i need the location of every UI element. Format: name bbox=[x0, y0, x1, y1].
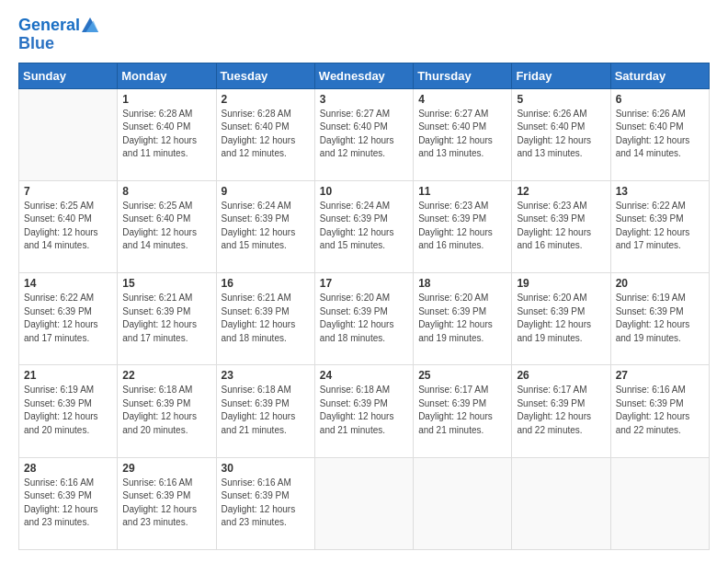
day-info: Sunrise: 6:20 AMSunset: 6:39 PMDaylight:… bbox=[320, 292, 408, 345]
day-info: Sunrise: 6:24 AMSunset: 6:39 PMDaylight:… bbox=[222, 200, 310, 253]
calendar-table: SundayMondayTuesdayWednesdayThursdayFrid… bbox=[18, 63, 710, 550]
calendar-cell: 3Sunrise: 6:27 AMSunset: 6:40 PMDaylight… bbox=[314, 88, 413, 180]
weekday-header-sunday: Sunday bbox=[19, 63, 118, 88]
weekday-header-monday: Monday bbox=[118, 63, 216, 88]
day-info: Sunrise: 6:27 AMSunset: 6:40 PMDaylight:… bbox=[320, 108, 408, 161]
day-info: Sunrise: 6:23 AMSunset: 6:39 PMDaylight:… bbox=[517, 200, 605, 253]
calendar-week-3: 14Sunrise: 6:22 AMSunset: 6:39 PMDayligh… bbox=[19, 273, 710, 365]
calendar-cell: 20Sunrise: 6:19 AMSunset: 6:39 PMDayligh… bbox=[610, 273, 709, 365]
calendar-cell: 29Sunrise: 6:16 AMSunset: 6:39 PMDayligh… bbox=[118, 457, 216, 549]
day-number: 2 bbox=[222, 93, 310, 106]
header: General Blue bbox=[18, 17, 710, 53]
day-info: Sunrise: 6:25 AMSunset: 6:40 PMDaylight:… bbox=[24, 200, 112, 253]
weekday-header-friday: Friday bbox=[512, 63, 610, 88]
calendar-cell: 7Sunrise: 6:25 AMSunset: 6:40 PMDaylight… bbox=[19, 180, 118, 272]
day-number: 15 bbox=[122, 277, 210, 290]
logo-text: General bbox=[18, 17, 80, 35]
day-info: Sunrise: 6:22 AMSunset: 6:39 PMDaylight:… bbox=[616, 200, 704, 253]
day-number: 22 bbox=[122, 369, 210, 382]
day-number: 21 bbox=[24, 369, 112, 382]
day-info: Sunrise: 6:28 AMSunset: 6:40 PMDaylight:… bbox=[122, 108, 210, 161]
day-number: 11 bbox=[418, 185, 506, 198]
calendar-cell: 2Sunrise: 6:28 AMSunset: 6:40 PMDaylight… bbox=[216, 88, 314, 180]
day-number: 19 bbox=[517, 277, 605, 290]
day-info: Sunrise: 6:28 AMSunset: 6:40 PMDaylight:… bbox=[222, 108, 310, 161]
day-info: Sunrise: 6:18 AMSunset: 6:39 PMDaylight:… bbox=[222, 384, 310, 437]
calendar-week-1: 1Sunrise: 6:28 AMSunset: 6:40 PMDaylight… bbox=[19, 88, 710, 180]
day-info: Sunrise: 6:26 AMSunset: 6:40 PMDaylight:… bbox=[517, 108, 605, 161]
calendar-cell: 9Sunrise: 6:24 AMSunset: 6:39 PMDaylight… bbox=[216, 180, 314, 272]
calendar-cell: 16Sunrise: 6:21 AMSunset: 6:39 PMDayligh… bbox=[216, 273, 314, 365]
calendar-cell: 21Sunrise: 6:19 AMSunset: 6:39 PMDayligh… bbox=[19, 365, 118, 457]
day-number: 13 bbox=[616, 185, 704, 198]
day-info: Sunrise: 6:19 AMSunset: 6:39 PMDaylight:… bbox=[24, 384, 112, 437]
weekday-header-tuesday: Tuesday bbox=[216, 63, 314, 88]
day-number: 14 bbox=[24, 277, 112, 290]
calendar-week-4: 21Sunrise: 6:19 AMSunset: 6:39 PMDayligh… bbox=[19, 365, 710, 457]
weekday-header-saturday: Saturday bbox=[610, 63, 709, 88]
calendar-cell: 15Sunrise: 6:21 AMSunset: 6:39 PMDayligh… bbox=[118, 273, 216, 365]
day-number: 23 bbox=[222, 369, 310, 382]
calendar-cell: 24Sunrise: 6:18 AMSunset: 6:39 PMDayligh… bbox=[314, 365, 413, 457]
day-info: Sunrise: 6:21 AMSunset: 6:39 PMDaylight:… bbox=[222, 292, 310, 345]
day-info: Sunrise: 6:17 AMSunset: 6:39 PMDaylight:… bbox=[517, 384, 605, 437]
calendar-cell: 25Sunrise: 6:17 AMSunset: 6:39 PMDayligh… bbox=[414, 365, 512, 457]
day-number: 9 bbox=[222, 185, 310, 198]
day-number: 30 bbox=[222, 462, 310, 475]
day-info: Sunrise: 6:16 AMSunset: 6:39 PMDaylight:… bbox=[222, 477, 310, 530]
day-info: Sunrise: 6:17 AMSunset: 6:39 PMDaylight:… bbox=[418, 384, 506, 437]
day-info: Sunrise: 6:18 AMSunset: 6:39 PMDaylight:… bbox=[320, 384, 408, 437]
calendar-cell: 19Sunrise: 6:20 AMSunset: 6:39 PMDayligh… bbox=[512, 273, 610, 365]
day-info: Sunrise: 6:22 AMSunset: 6:39 PMDaylight:… bbox=[24, 292, 112, 345]
logo-text2: Blue bbox=[18, 35, 98, 53]
day-number: 8 bbox=[122, 185, 210, 198]
calendar-cell: 10Sunrise: 6:24 AMSunset: 6:39 PMDayligh… bbox=[314, 180, 413, 272]
weekday-header-thursday: Thursday bbox=[414, 63, 512, 88]
calendar-cell: 26Sunrise: 6:17 AMSunset: 6:39 PMDayligh… bbox=[512, 365, 610, 457]
calendar-cell: 27Sunrise: 6:16 AMSunset: 6:39 PMDayligh… bbox=[610, 365, 709, 457]
day-info: Sunrise: 6:20 AMSunset: 6:39 PMDaylight:… bbox=[517, 292, 605, 345]
day-number: 18 bbox=[418, 277, 506, 290]
weekday-header-wednesday: Wednesday bbox=[314, 63, 413, 88]
weekday-header-row: SundayMondayTuesdayWednesdayThursdayFrid… bbox=[19, 63, 710, 88]
calendar-cell: 23Sunrise: 6:18 AMSunset: 6:39 PMDayligh… bbox=[216, 365, 314, 457]
day-number: 10 bbox=[320, 185, 408, 198]
calendar-cell bbox=[512, 457, 610, 549]
calendar-cell: 5Sunrise: 6:26 AMSunset: 6:40 PMDaylight… bbox=[512, 88, 610, 180]
day-number: 16 bbox=[222, 277, 310, 290]
calendar-cell: 4Sunrise: 6:27 AMSunset: 6:40 PMDaylight… bbox=[414, 88, 512, 180]
day-info: Sunrise: 6:16 AMSunset: 6:39 PMDaylight:… bbox=[24, 477, 112, 530]
day-number: 28 bbox=[24, 462, 112, 475]
calendar-cell: 30Sunrise: 6:16 AMSunset: 6:39 PMDayligh… bbox=[216, 457, 314, 549]
day-info: Sunrise: 6:19 AMSunset: 6:39 PMDaylight:… bbox=[616, 292, 704, 345]
day-number: 7 bbox=[24, 185, 112, 198]
calendar-cell: 1Sunrise: 6:28 AMSunset: 6:40 PMDaylight… bbox=[118, 88, 216, 180]
day-number: 27 bbox=[616, 369, 704, 382]
day-number: 20 bbox=[616, 277, 704, 290]
calendar-cell: 18Sunrise: 6:20 AMSunset: 6:39 PMDayligh… bbox=[414, 273, 512, 365]
calendar-cell bbox=[19, 88, 118, 180]
day-info: Sunrise: 6:24 AMSunset: 6:39 PMDaylight:… bbox=[320, 200, 408, 253]
calendar-cell: 14Sunrise: 6:22 AMSunset: 6:39 PMDayligh… bbox=[19, 273, 118, 365]
calendar-cell: 28Sunrise: 6:16 AMSunset: 6:39 PMDayligh… bbox=[19, 457, 118, 549]
calendar-week-2: 7Sunrise: 6:25 AMSunset: 6:40 PMDaylight… bbox=[19, 180, 710, 272]
calendar-cell: 11Sunrise: 6:23 AMSunset: 6:39 PMDayligh… bbox=[414, 180, 512, 272]
day-info: Sunrise: 6:16 AMSunset: 6:39 PMDaylight:… bbox=[122, 477, 210, 530]
day-number: 6 bbox=[616, 93, 704, 106]
calendar-cell bbox=[610, 457, 709, 549]
day-info: Sunrise: 6:16 AMSunset: 6:39 PMDaylight:… bbox=[616, 384, 704, 437]
day-info: Sunrise: 6:21 AMSunset: 6:39 PMDaylight:… bbox=[122, 292, 210, 345]
logo-icon bbox=[82, 17, 98, 33]
day-number: 1 bbox=[122, 93, 210, 106]
day-number: 4 bbox=[418, 93, 506, 106]
calendar-cell: 6Sunrise: 6:26 AMSunset: 6:40 PMDaylight… bbox=[610, 88, 709, 180]
day-number: 26 bbox=[517, 369, 605, 382]
day-info: Sunrise: 6:25 AMSunset: 6:40 PMDaylight:… bbox=[122, 200, 210, 253]
calendar-cell: 17Sunrise: 6:20 AMSunset: 6:39 PMDayligh… bbox=[314, 273, 413, 365]
day-number: 25 bbox=[418, 369, 506, 382]
calendar-cell bbox=[414, 457, 512, 549]
logo: General Blue bbox=[18, 17, 98, 53]
day-info: Sunrise: 6:26 AMSunset: 6:40 PMDaylight:… bbox=[616, 108, 704, 161]
calendar-cell: 8Sunrise: 6:25 AMSunset: 6:40 PMDaylight… bbox=[118, 180, 216, 272]
day-number: 29 bbox=[122, 462, 210, 475]
